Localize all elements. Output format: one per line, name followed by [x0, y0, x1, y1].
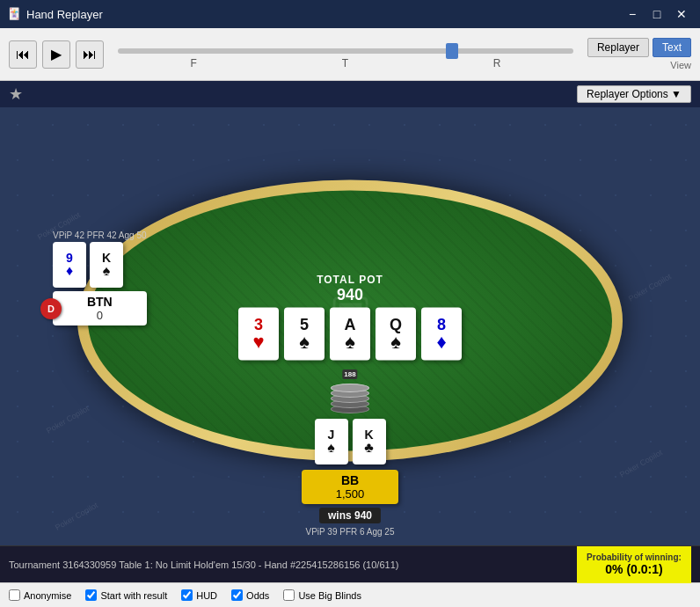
timeline-handle[interactable] — [446, 43, 458, 59]
anonymise-label: Anonymise — [24, 590, 71, 601]
hud-input[interactable] — [181, 589, 193, 601]
status-text: Tournament 3164330959 Table 1: No Limit … — [9, 559, 577, 570]
total-pot: TOTAL POT 940 — [317, 274, 383, 305]
player-bb-stats: VPiP 39 PFR 6 Agg 25 — [306, 527, 395, 537]
card-suit: ♠ — [345, 332, 355, 351]
community-card-1: 5 ♠ — [284, 307, 324, 360]
bottom-bar: Anonymise Start with result HUD Odds Use… — [0, 582, 700, 607]
card-suit: ♥ — [252, 332, 264, 351]
odds-checkbox[interactable]: Odds — [231, 589, 269, 601]
big-blinds-input[interactable] — [283, 589, 295, 601]
minimize-button[interactable]: − — [621, 5, 644, 23]
anonymise-checkbox[interactable]: Anonymise — [9, 589, 71, 601]
prob-label: Probability of winning: — [587, 552, 682, 562]
player-btn-info: D BTN 0 — [53, 291, 147, 325]
community-cards: 3 ♥ 5 ♠ A ♠ Q ♠ 8 ♦ — [238, 307, 462, 360]
probability-box: Probability of winning: 0% (0.0:1) — [577, 546, 691, 583]
card-suit: ♠ — [390, 332, 401, 351]
label-t: T — [342, 57, 348, 69]
toolbar: ⏮ ▶ ⏭ F T R Replayer Text View — [0, 28, 700, 81]
timeline-slider-area: F T R — [109, 40, 582, 69]
app-title: Hand Replayer — [26, 8, 621, 21]
app-icon: 🃏 — [7, 7, 21, 21]
btn-card-0: 9 ♦ — [53, 242, 86, 288]
window-controls: − □ ✕ — [621, 5, 693, 23]
player-bb-stack: 1,500 — [314, 487, 386, 501]
anonymise-input[interactable] — [9, 589, 20, 601]
close-button[interactable]: ✕ — [670, 5, 693, 23]
prev-button[interactable]: ⏮ — [9, 40, 37, 69]
community-card-4: 8 ♦ — [421, 307, 462, 360]
btn-card-1: K ♠ — [90, 242, 123, 288]
player-bb-info: BB 1,500 — [302, 470, 398, 504]
community-card-0: 3 ♥ — [238, 307, 279, 360]
dealer-button: D — [40, 298, 62, 319]
community-card-2: A ♠ — [330, 307, 370, 360]
view-label: View — [670, 60, 691, 70]
player-bb-area: 188 J ♠ K ♣ BB 1,500 wins 940 VPiP 39 PF… — [302, 365, 398, 537]
title-bar: 🃏 Hand Replayer − □ ✕ — [0, 0, 700, 28]
start-with-result-label: Start with result — [100, 590, 167, 601]
bb-card-0: J ♠ — [315, 419, 348, 464]
play-button[interactable]: ▶ — [42, 40, 70, 69]
chips-label: 188 — [342, 369, 357, 379]
chips-stack: 188 — [328, 365, 372, 413]
prob-value: 0% (0.0:1) — [605, 562, 662, 576]
odds-label: Odds — [246, 590, 269, 601]
player-btn-area: VPiP 42 PFR 42 Agg 50 9 ♦ K ♠ D BTN 0 — [53, 230, 147, 325]
hud-label: HUD — [196, 590, 217, 601]
status-bar: Tournament 3164330959 Table 1: No Limit … — [0, 545, 700, 582]
player-btn-stats: VPiP 42 PFR 42 Agg 50 — [53, 230, 147, 240]
total-pot-value: 940 — [317, 287, 383, 305]
next-button[interactable]: ⏭ — [76, 40, 104, 69]
wins-badge: wins 940 — [319, 508, 381, 523]
player-btn-name: BTN — [63, 295, 136, 309]
player-btn-cards: 9 ♦ K ♠ — [53, 242, 147, 288]
player-btn-stack: 0 — [63, 309, 136, 322]
view-btn-row: Replayer Text — [587, 38, 691, 57]
hud-checkbox[interactable]: HUD — [181, 589, 217, 601]
text-button[interactable]: Text — [653, 38, 691, 57]
community-card-3: Q ♠ — [376, 307, 416, 360]
replayer-button[interactable]: Replayer — [587, 38, 649, 57]
label-r: R — [493, 57, 501, 69]
card-suit: ♠ — [299, 332, 310, 351]
slider-labels: F T R — [118, 57, 573, 69]
card-suit: ♦ — [436, 332, 446, 351]
total-pot-label: TOTAL POT — [317, 274, 383, 287]
player-bb-cards: J ♠ K ♣ — [315, 419, 386, 464]
start-with-result-input[interactable] — [85, 589, 97, 601]
big-blinds-label: Use Big Blinds — [298, 590, 361, 601]
label-f: F — [190, 57, 196, 69]
start-with-result-checkbox[interactable]: Start with result — [85, 589, 167, 601]
game-area: Poker Copilot Poker Copilot Poker Copilo… — [0, 107, 700, 545]
bb-card-1: K ♣ — [353, 419, 386, 464]
replayer-options-button[interactable]: Replayer Options ▼ — [577, 85, 691, 103]
view-buttons: Replayer Text View — [587, 38, 691, 70]
star-button[interactable]: ★ — [9, 84, 23, 104]
options-bar: ★ Replayer Options ▼ — [0, 81, 700, 107]
big-blinds-checkbox[interactable]: Use Big Blinds — [283, 589, 361, 601]
maximize-button[interactable]: □ — [645, 5, 668, 23]
player-bb-name: BB — [314, 473, 386, 487]
odds-input[interactable] — [231, 589, 243, 601]
timeline-track[interactable] — [118, 48, 573, 54]
